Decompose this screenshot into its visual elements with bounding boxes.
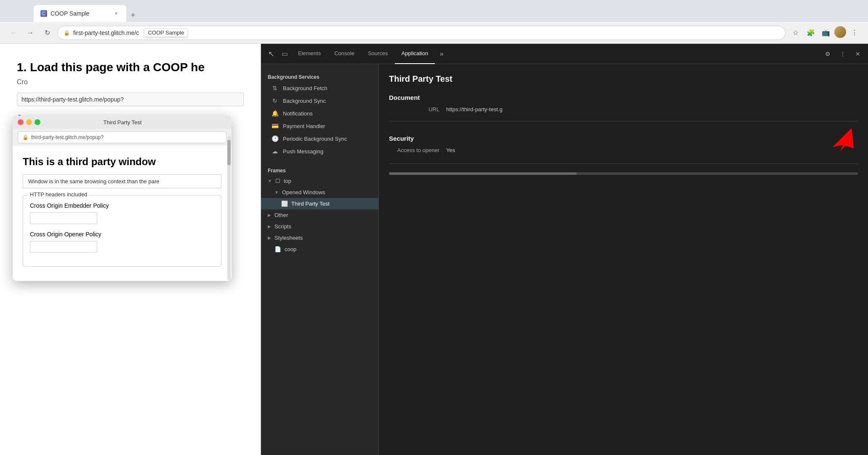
sidebar-item-background-fetch[interactable]: ⇅ Background Fetch [261,82,378,94]
tab-application[interactable]: Application [395,44,435,64]
address-bar[interactable]: 🔒 first-party-test.glitch.me/c COOP Samp… [57,26,785,40]
popup-status: Window is in the same browsing context t… [23,174,221,188]
devtools-panel: ↖ ▭ Elements Console Sources Application… [261,44,868,455]
url-value: https://third-party-test.g [446,106,503,112]
more-tabs-button[interactable]: » [435,47,448,61]
top-arrow: ▼ [268,179,272,183]
other-arrow: ▶ [268,213,271,217]
sidebar-item-payment-handler[interactable]: 💳 Payment Handler [261,120,378,132]
http-headers-legend: HTTP headers included [28,191,89,198]
coep-input[interactable] [30,212,97,224]
stylesheets-arrow: ▶ [268,236,271,240]
frames-tree-opened-windows[interactable]: ▼ Opened Windows [261,187,378,198]
devtools-body: Background Services ⇅ Background Fetch ↻… [261,64,868,455]
bookmark-button[interactable]: ☆ [789,26,802,40]
page-heading: 1. Load this page with a COOP he [17,61,244,74]
address-tooltip: COOP Sample [144,28,188,37]
security-section-title: Security [389,135,816,142]
panel-title: Third Party Test [389,74,858,84]
popup-window: Third Party Test 🔒 third-party-test.glit… [13,115,232,281]
frames-tree-scripts[interactable]: ▶ Scripts [261,221,378,232]
devtools-settings-button[interactable]: ⚙ [821,47,834,61]
coop-input[interactable] [30,241,97,253]
payment-handler-icon: 💳 [271,123,279,129]
third-party-frame-icon: ⬜ [281,201,288,207]
panel-divider-2 [389,163,858,164]
sidebar-item-push-messaging[interactable]: ☁ Push Messaging [261,145,378,158]
coop-file-icon: 📄 [274,246,281,252]
popup-scrollbar[interactable] [227,136,231,280]
frames-tree-stylesheets[interactable]: ▶ Stylesheets [261,232,378,244]
browser-menu-button[interactable]: ⋮ [848,26,861,40]
url-label: URL [389,106,439,112]
security-section: Security Access to opener Yes [389,135,816,157]
nav-right-buttons: ☆ 🧩 📺 ⋮ [789,26,861,40]
popup-title-bar: Third Party Test [13,115,232,129]
sidebar-item-periodic-sync[interactable]: 🕐 Periodic Background Sync [261,132,378,145]
document-section-title: Document [389,94,858,101]
lock-icon: 🔒 [64,30,70,36]
devtools-close-button[interactable]: ✕ [851,47,865,61]
background-fetch-icon: ⇅ [271,85,279,91]
nav-bar: ← → ↻ 🔒 first-party-test.glitch.me/c COO… [0,22,868,44]
url-row: URL https://third-party-test.g [389,106,858,112]
top-frame-icon: ☐ [275,178,280,184]
http-headers-box: HTTP headers included Cross Origin Embed… [23,195,221,267]
popup-scrollbar-thumb [227,140,231,165]
device-toolbar-button[interactable]: ▭ [278,47,291,61]
refresh-button[interactable]: ↻ [40,26,54,40]
opened-windows-arrow: ▼ [274,190,279,195]
red-arrow-annotation [824,124,858,153]
popup-window-title: Third Party Test [19,119,226,126]
page-url-display: https://third-party-test.glitch.me/popup… [17,93,244,106]
access-value: Yes [446,147,455,153]
tab-favicon: C [40,10,47,17]
page-cross-label: Cro [17,78,244,86]
tab-bar: C COOP Sample × + [0,0,868,22]
frames-tree-third-party-test[interactable]: ⬜ Third Party Test [261,198,378,209]
periodic-sync-icon: 🕐 [271,135,279,142]
tab-sources[interactable]: Sources [361,44,395,64]
tab-title: COOP Sample [51,10,109,17]
scripts-arrow: ▶ [268,224,271,229]
coep-label: Cross Origin Embedder Policy [30,202,214,209]
access-label: Access to opener [389,147,439,153]
frames-tree-coop[interactable]: 📄 coop [261,244,378,255]
cast-button[interactable]: 📺 [819,26,833,40]
browser-page: 1. Load this page with a COOP he Cro htt… [0,44,261,455]
push-messaging-icon: ☁ [271,148,279,155]
panel-scrollbar[interactable] [389,172,858,175]
devtools-actions: ⚙ ⋮ ✕ [821,47,865,61]
devtools-toolbar: ↖ ▭ Elements Console Sources Application… [261,44,868,64]
popup-url-bar: 🔒 third-party-test.glitch.me/popup? [18,131,226,143]
access-to-opener-row: Access to opener Yes [389,147,816,153]
main-content: 1. Load this page with a COOP he Cro htt… [0,44,868,455]
tab-console[interactable]: Console [327,44,361,64]
notifications-icon: 🔔 [271,110,279,117]
tab-close-button[interactable]: × [113,10,120,17]
background-sync-icon: ↻ [271,97,279,104]
panel-divider-1 [389,121,858,121]
sidebar-item-background-sync[interactable]: ↻ Background Sync [261,94,378,107]
browser-tab-coop[interactable]: C COOP Sample × [34,5,126,22]
frames-tree-top[interactable]: ▼ ☐ top [261,175,378,187]
extensions-button[interactable]: 🧩 [804,26,817,40]
tab-elements[interactable]: Elements [291,44,327,64]
profile-avatar[interactable] [834,26,846,38]
inspect-element-button[interactable]: ↖ [264,47,278,61]
devtools-sidebar: Background Services ⇅ Background Fetch ↻… [261,64,379,455]
document-section: Document URL https://third-party-test.g [389,94,858,112]
frames-title: Frames [261,164,378,175]
forward-button[interactable]: → [24,26,37,40]
coop-label: Cross Origin Opener Policy [30,231,214,238]
back-button[interactable]: ← [7,26,20,40]
frames-tree-other[interactable]: ▶ Other [261,209,378,221]
new-tab-button[interactable]: + [126,8,140,22]
browser-window: C COOP Sample × + ← → ↻ 🔒 first-party-te… [0,0,868,455]
background-services-title: Background Services [261,71,378,82]
popup-heading: This is a third party window [23,156,221,168]
panel-scrollbar-thumb [389,172,577,175]
devtools-more-button[interactable]: ⋮ [836,47,849,61]
sidebar-item-notifications[interactable]: 🔔 Notifications [261,107,378,120]
popup-url-text: third-party-test.glitch.me/popup? [31,134,104,140]
